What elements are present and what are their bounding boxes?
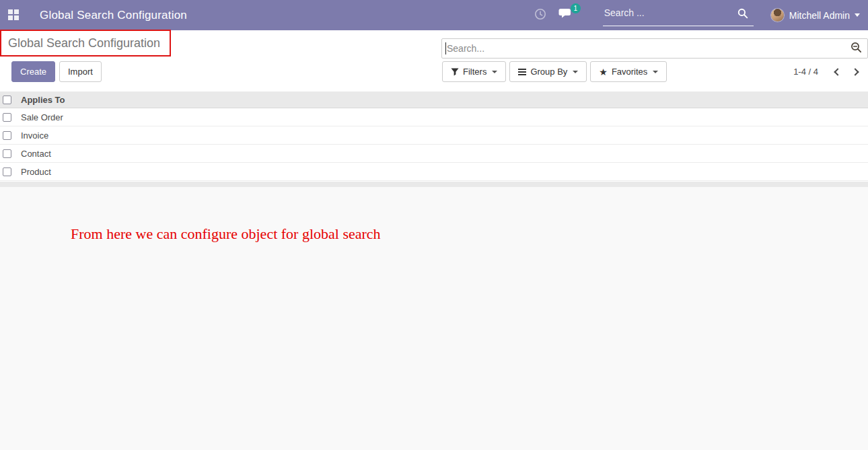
row-label: Product bbox=[21, 167, 51, 177]
page: Global Search Configuration 1 bbox=[0, 0, 868, 450]
caret-down-icon bbox=[492, 71, 497, 73]
row-label: Contact bbox=[21, 149, 51, 159]
pager-range[interactable]: 1-4 / 4 bbox=[793, 67, 818, 77]
magnifier-icon[interactable] bbox=[737, 8, 748, 19]
pager-next-button[interactable] bbox=[846, 61, 864, 82]
row-checkbox[interactable] bbox=[3, 167, 11, 176]
activities-button[interactable] bbox=[534, 8, 546, 23]
clock-icon bbox=[534, 8, 546, 23]
panel-search-input[interactable] bbox=[446, 43, 851, 54]
apps-grid-icon bbox=[14, 9, 19, 14]
list-row[interactable]: Product bbox=[0, 163, 868, 181]
create-button[interactable]: Create bbox=[11, 61, 55, 82]
list-row[interactable]: Invoice bbox=[0, 126, 868, 145]
navbar-search bbox=[603, 5, 754, 26]
list-row[interactable]: Contact bbox=[0, 145, 868, 163]
list-header-row: Applies To bbox=[0, 91, 868, 108]
caret-down-icon bbox=[855, 13, 860, 17]
list-footer-band bbox=[0, 182, 868, 187]
user-avatar bbox=[771, 9, 784, 22]
caret-down-icon bbox=[573, 71, 578, 73]
row-label: Sale Order bbox=[21, 112, 63, 122]
pager: 1-4 / 4 bbox=[793, 61, 864, 82]
messages-count-badge: 1 bbox=[571, 3, 581, 13]
systray: 1 Mitchell Admin bbox=[534, 5, 860, 26]
bars-icon bbox=[518, 69, 526, 75]
navbar-search-input[interactable] bbox=[603, 7, 731, 22]
select-all-checkbox[interactable] bbox=[3, 96, 11, 104]
apps-grid-icon bbox=[14, 15, 19, 20]
row-checkbox[interactable] bbox=[3, 113, 11, 122]
messages-button[interactable]: 1 bbox=[558, 8, 573, 23]
panel-search bbox=[441, 38, 868, 59]
favorites-button[interactable]: ★ Favorites bbox=[590, 61, 667, 82]
breadcrumb-title: Global Search Configuration bbox=[8, 36, 160, 50]
import-button[interactable]: Import bbox=[59, 61, 102, 82]
group-by-button[interactable]: Group By bbox=[509, 61, 587, 82]
chevron-right-icon bbox=[851, 68, 859, 75]
control-panel-buttons: Create Import Filters Group By ★ bbox=[0, 61, 868, 82]
magnifier-minus-icon[interactable] bbox=[851, 42, 862, 56]
annotation-note: From here we can configure object for gl… bbox=[71, 225, 868, 243]
chevron-left-icon bbox=[834, 68, 841, 75]
top-navbar: Global Search Configuration 1 bbox=[0, 0, 868, 30]
row-checkbox[interactable] bbox=[3, 149, 11, 158]
caret-down-icon bbox=[653, 71, 658, 73]
star-icon: ★ bbox=[599, 67, 608, 77]
column-header-applies-to[interactable]: Applies To bbox=[21, 95, 65, 105]
filters-button[interactable]: Filters bbox=[442, 61, 506, 82]
apps-grid-icon bbox=[8, 9, 13, 14]
group-by-label: Group By bbox=[530, 67, 567, 77]
list-row[interactable]: Sale Order bbox=[0, 108, 868, 126]
search-options: Filters Group By ★ Favorites bbox=[442, 61, 667, 82]
apps-menu-button[interactable] bbox=[8, 9, 22, 22]
app-title: Global Search Configuration bbox=[40, 9, 187, 22]
control-panel: Global Search Configuration Create Impor… bbox=[0, 30, 868, 91]
user-menu[interactable]: Mitchell Admin bbox=[771, 9, 860, 22]
pager-previous-button[interactable] bbox=[829, 61, 846, 82]
row-label: Invoice bbox=[21, 130, 48, 141]
user-name-label: Mitchell Admin bbox=[789, 10, 850, 21]
row-checkbox[interactable] bbox=[3, 131, 11, 140]
content-background: From here we can configure object for gl… bbox=[0, 187, 868, 450]
filters-label: Filters bbox=[463, 67, 486, 77]
apps-grid-icon bbox=[8, 15, 13, 20]
funnel-icon bbox=[451, 68, 459, 76]
favorites-label: Favorites bbox=[612, 67, 647, 77]
